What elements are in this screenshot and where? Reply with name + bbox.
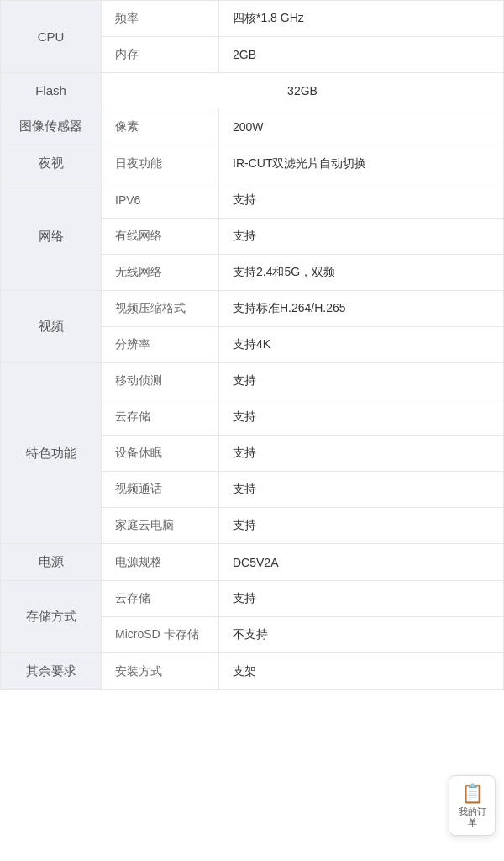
label-cell: 有线网络 <box>102 219 219 255</box>
label-cell: 安装方式 <box>102 653 219 690</box>
value-cell: 支持 <box>219 581 504 617</box>
label-cell: 分辨率 <box>102 327 219 363</box>
category-cell: 网络 <box>1 182 102 291</box>
value-cell: 支持 <box>219 436 504 472</box>
value-cell: 支持标准H.264/H.265 <box>219 291 504 327</box>
value-cell: IR-CUT双滤光片自动切换 <box>219 145 504 182</box>
label-cell: 设备休眠 <box>102 436 219 472</box>
label-cell: 像素 <box>102 108 219 145</box>
value-cell: 支持 <box>219 508 504 544</box>
value-cell: 四核*1.8 GHz <box>219 1 504 37</box>
label-cell: 电源规格 <box>102 544 219 581</box>
category-cell: 其余要求 <box>1 653 102 690</box>
label-cell: 视频通话 <box>102 472 219 508</box>
value-cell: 32GB <box>102 73 504 108</box>
label-cell: 频率 <box>102 1 219 37</box>
value-cell: 支持 <box>219 399 504 436</box>
label-cell: 视频压缩格式 <box>102 291 219 327</box>
value-cell: 不支持 <box>219 617 504 653</box>
value-cell: 支架 <box>219 653 504 690</box>
category-cell: Flash <box>1 73 102 108</box>
label-cell: 无线网络 <box>102 255 219 291</box>
label-cell: 内存 <box>102 37 219 73</box>
label-cell: 云存储 <box>102 581 219 617</box>
category-cell: 图像传感器 <box>1 108 102 145</box>
label-cell: MicroSD 卡存储 <box>102 617 219 653</box>
label-cell: IPV6 <box>102 182 219 219</box>
category-cell: 特色功能 <box>1 363 102 544</box>
value-cell: 支持2.4和5G，双频 <box>219 255 504 291</box>
category-cell: 夜视 <box>1 145 102 182</box>
value-cell: 2GB <box>219 37 504 73</box>
spec-table: CPU频率四核*1.8 GHz内存2GBFlash32GB图像传感器像素200W… <box>0 0 504 690</box>
category-cell: CPU <box>1 1 102 73</box>
value-cell: 支持 <box>219 182 504 219</box>
label-cell: 日夜功能 <box>102 145 219 182</box>
value-cell: 支持4K <box>219 327 504 363</box>
category-cell: 视频 <box>1 291 102 363</box>
value-cell: 支持 <box>219 363 504 399</box>
category-cell: 存储方式 <box>1 581 102 653</box>
category-cell: 电源 <box>1 544 102 581</box>
label-cell: 家庭云电脑 <box>102 508 219 544</box>
value-cell: DC5V2A <box>219 544 504 581</box>
value-cell: 支持 <box>219 472 504 508</box>
label-cell: 云存储 <box>102 399 219 436</box>
label-cell: 移动侦测 <box>102 363 219 399</box>
value-cell: 200W <box>219 108 504 145</box>
value-cell: 支持 <box>219 219 504 255</box>
